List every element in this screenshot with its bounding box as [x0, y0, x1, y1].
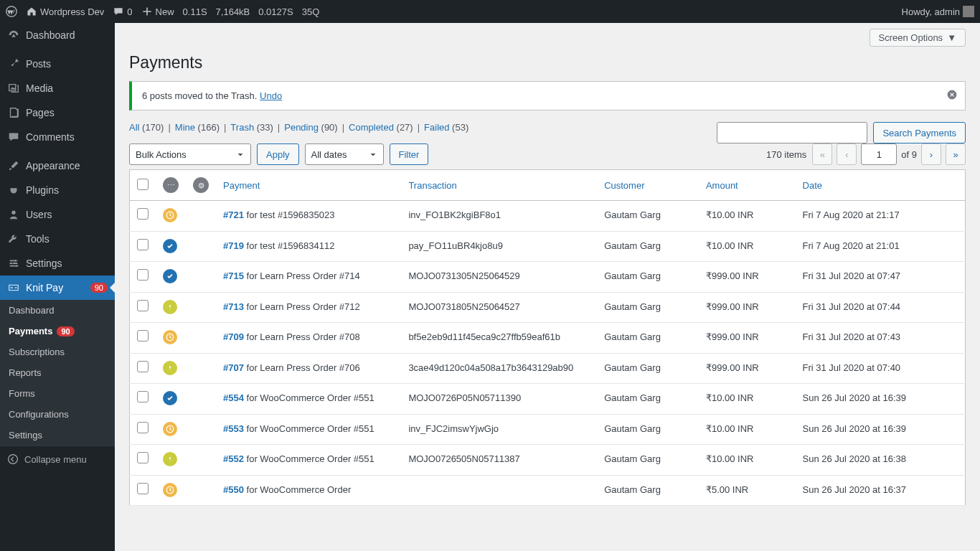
sidebar-item-settings[interactable]: Settings [0, 251, 115, 276]
view-trash[interactable]: Trash (33) [230, 122, 273, 133]
col-customer[interactable]: Customer [604, 180, 644, 191]
payment-id-link[interactable]: #553 [223, 423, 244, 434]
view-count: (53) [452, 122, 468, 133]
row-checkbox[interactable] [137, 300, 149, 311]
table-row: #715 for Learn Press Order #714MOJO07313… [130, 262, 966, 293]
payment-id-link[interactable]: #552 [223, 453, 244, 464]
debug-queries[interactable]: 35Q [302, 6, 320, 17]
page-current-input[interactable] [861, 143, 897, 165]
customer-name: Gautam Garg [597, 445, 699, 476]
svg-point-2 [14, 260, 17, 262]
sidebar-item-tools[interactable]: Tools [0, 227, 115, 251]
submenu-label: Subscriptions [9, 347, 65, 357]
transaction-id [401, 475, 597, 506]
amount: ₹5.00 INR [699, 475, 796, 506]
col-transaction[interactable]: Transaction [408, 180, 456, 191]
row-checkbox[interactable] [137, 269, 149, 281]
pages-icon [7, 106, 20, 119]
payment-id-link[interactable]: #715 [223, 270, 244, 281]
payment-desc: for Learn Press Order #714 [244, 270, 360, 281]
payment-id-link[interactable]: #719 [223, 240, 244, 251]
knitpay-submenu: DashboardPayments90SubscriptionsReportsF… [0, 300, 115, 446]
search-input[interactable] [717, 122, 867, 143]
row-checkbox[interactable] [137, 330, 149, 342]
screen-options-button[interactable]: Screen Options ▼ [870, 29, 966, 47]
check-icon [166, 394, 174, 402]
col-amount[interactable]: Amount [706, 180, 738, 191]
row-checkbox[interactable] [137, 452, 149, 463]
col-date[interactable]: Date [803, 180, 822, 191]
site-link[interactable]: Wordpress Dev [26, 6, 104, 17]
payments-table: ⋯ ⊜ Payment Transaction Customer Amount … [129, 169, 966, 506]
submenu-item-payments[interactable]: Payments90 [0, 321, 115, 342]
sidebar-item-posts[interactable]: Posts [0, 52, 115, 76]
row-checkbox[interactable] [137, 391, 149, 402]
view-failed[interactable]: Failed (53) [424, 122, 468, 133]
amount: ₹10.00 INR [699, 231, 796, 262]
chevron-down-icon: ▼ [947, 32, 956, 43]
sidebar-item-comments[interactable]: Comments [0, 125, 115, 149]
undo-link[interactable]: Undo [260, 90, 282, 101]
debug-query-time[interactable]: 0.0127S [258, 6, 293, 17]
apply-button[interactable]: Apply [257, 143, 299, 165]
amount: ₹999.00 INR [699, 353, 796, 384]
wp-logo[interactable] [6, 6, 17, 17]
comments-link[interactable]: 0 [113, 6, 132, 17]
dismiss-notice-button[interactable] [945, 88, 959, 102]
status-pending-icon [163, 330, 177, 344]
payment-id-link[interactable]: #554 [223, 392, 244, 403]
row-checkbox[interactable] [137, 361, 149, 372]
submenu-label: Payments [9, 326, 52, 336]
payment-id-link[interactable]: #707 [223, 362, 244, 373]
sidebar-item-plugins[interactable]: Plugins [0, 178, 115, 202]
view-mine[interactable]: Mine (166) [175, 122, 220, 133]
col-payment[interactable]: Payment [223, 180, 260, 191]
submenu-item-dashboard[interactable]: Dashboard [0, 300, 115, 321]
collapse-menu[interactable]: Collapse menu [0, 446, 115, 472]
submenu-item-settings[interactable]: Settings [0, 425, 115, 446]
customer-name: Gautam Garg [597, 384, 699, 415]
select-all-checkbox[interactable] [137, 179, 149, 190]
sidebar-item-dashboard[interactable]: Dashboard [0, 23, 115, 47]
row-checkbox[interactable] [137, 208, 149, 220]
page-prev[interactable]: ‹ [837, 143, 857, 165]
sidebar-item-media[interactable]: Media [0, 76, 115, 100]
debug-mem[interactable]: 7,164kB [216, 6, 250, 17]
payment-id-link[interactable]: #713 [223, 301, 244, 312]
view-pending[interactable]: Pending (90) [284, 122, 337, 133]
page-first[interactable]: « [812, 143, 832, 165]
date-filter-select[interactable]: All dates [305, 143, 384, 165]
page-last[interactable]: » [946, 143, 966, 165]
payment-id-link[interactable]: #550 [223, 484, 244, 495]
submenu-item-reports[interactable]: Reports [0, 362, 115, 383]
collapse-icon [7, 453, 19, 465]
view-all[interactable]: All (170) [129, 122, 164, 133]
amount: ₹10.00 INR [699, 445, 796, 476]
sidebar-item-users[interactable]: Users [0, 202, 115, 227]
row-checkbox[interactable] [137, 483, 149, 494]
pagination: « ‹ of 9 › » [812, 143, 966, 165]
new-link[interactable]: New [141, 6, 174, 17]
menu-badge: 90 [90, 283, 108, 293]
payment-id-link[interactable]: #709 [223, 331, 244, 342]
submenu-item-configurations[interactable]: Configurations [0, 404, 115, 425]
sidebar-item-appearance[interactable]: Appearance [0, 154, 115, 178]
row-checkbox[interactable] [137, 239, 149, 250]
account-link[interactable]: Howdy, admin [902, 6, 974, 17]
row-checkbox[interactable] [137, 422, 149, 433]
filter-button[interactable]: Filter [390, 143, 429, 165]
submenu-item-subscriptions[interactable]: Subscriptions [0, 342, 115, 362]
payment-desc: for WooCommerce Order #551 [244, 423, 374, 434]
view-completed[interactable]: Completed (27) [349, 122, 413, 133]
transaction-id: 3cae49d120c04a508a17b3643129ab90 [401, 353, 597, 384]
bulk-actions-select[interactable]: Bulk Actions [129, 143, 251, 165]
debug-time[interactable]: 0.11S [183, 6, 207, 17]
search-button[interactable]: Search Payments [873, 122, 966, 143]
date: Fri 31 Jul 2020 at 07:47 [796, 262, 966, 293]
plus-icon [141, 6, 153, 17]
sidebar-item-pages[interactable]: Pages [0, 100, 115, 125]
payment-id-link[interactable]: #721 [223, 209, 244, 220]
sidebar-item-knit-pay[interactable]: Knit Pay90 [0, 276, 115, 300]
page-next[interactable]: › [921, 143, 941, 165]
submenu-item-forms[interactable]: Forms [0, 383, 115, 404]
